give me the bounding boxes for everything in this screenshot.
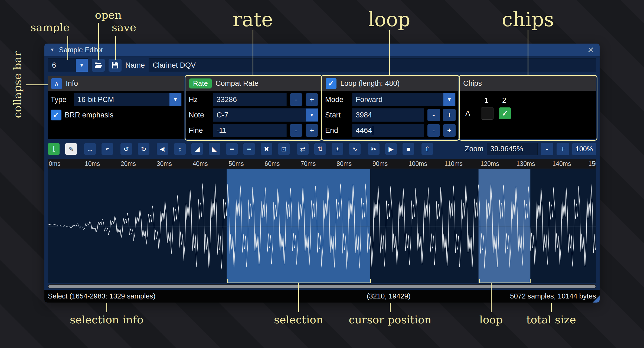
loop-enable-checkbox[interactable]: ✓ <box>326 78 336 89</box>
brr-emphasis-checkbox[interactable]: ✓ <box>51 110 61 120</box>
close-icon[interactable]: ✕ <box>587 45 594 55</box>
annotation-open: open <box>95 9 122 21</box>
edit-mode-select-button[interactable]: I <box>48 143 60 155</box>
signed-unsigned-button[interactable]: ± <box>332 143 343 155</box>
delete-button[interactable]: ✖ <box>261 143 272 155</box>
zoom-out-button[interactable]: - <box>541 143 553 155</box>
resample-button[interactable]: ≈ <box>102 143 113 155</box>
fine-plus-button[interactable]: + <box>306 124 318 137</box>
ruler-label: 140ms <box>551 160 587 168</box>
chevron-up-icon: ∧ <box>54 80 59 87</box>
annotation-bracket-loop <box>479 283 531 283</box>
annotation-line-loop <box>389 30 390 76</box>
normalize-button[interactable]: ↕ <box>174 143 186 155</box>
loop-end-plus-button[interactable]: + <box>443 124 456 137</box>
loop-end-value: 4464 <box>352 126 424 135</box>
annotation-line-collapse-bar <box>26 84 48 85</box>
annotation-line-chips <box>528 30 528 76</box>
annotation-loop: loop <box>368 8 410 31</box>
annotation-selection-info: selection info <box>70 313 143 326</box>
loop-start-minus-button[interactable]: - <box>427 109 440 121</box>
loop-start-input[interactable]: 3984 <box>352 108 424 122</box>
crossfade-loop-button[interactable]: ✂ <box>368 143 380 155</box>
check-icon: ✓ <box>328 79 334 88</box>
ruler-label: 110ms <box>444 160 480 168</box>
dropdown-arrow-icon[interactable]: ▼ <box>76 59 88 72</box>
stop-preview-button[interactable]: ■ <box>403 143 414 155</box>
chip-column-1-label: 1 <box>481 96 488 105</box>
titlebar[interactable]: ▼ Sample Editor ✕ <box>44 44 600 56</box>
trim-button[interactable]: ⊡ <box>278 143 290 155</box>
apply-silence-button[interactable]: ┉ <box>243 143 255 155</box>
fade-out-button[interactable]: ◣ <box>209 143 220 155</box>
ramp-down-icon: ◣ <box>212 145 217 153</box>
info-header[interactable]: ∧ Info <box>48 76 184 91</box>
dropdown-arrow-icon[interactable]: ▼ <box>306 109 318 122</box>
hz-minus-button[interactable]: - <box>290 93 302 106</box>
status-bar: Select (1654-2983: 1329 samples) (3210, … <box>44 290 600 303</box>
waveform-scrollbar[interactable] <box>48 284 596 288</box>
redo-button[interactable]: ↻ <box>138 143 149 155</box>
chip-1-checkbox[interactable] <box>481 107 493 120</box>
loop-start-plus-button[interactable]: + <box>443 109 456 121</box>
upload-arrow-icon: ⇧ <box>424 145 430 153</box>
sample-type-dropdown[interactable]: 16-bit PCM ▼ <box>74 93 182 106</box>
x-icon: ✖ <box>264 145 269 153</box>
scissors-icon: ✂ <box>371 145 376 153</box>
loop-end-label: End <box>325 126 349 135</box>
rate-badge[interactable]: Rate <box>189 78 212 88</box>
fade-in-button[interactable]: ◢ <box>191 143 203 155</box>
info-section: ∧ Info Type 16-bit PCM ▼ ✓ BRR emphasis <box>48 76 184 139</box>
check-icon: ✓ <box>502 109 508 118</box>
apply-filter-button[interactable]: ∿ <box>349 143 361 155</box>
resize-icon: ↔ <box>87 145 93 153</box>
rate-section: Rate Compat Rate Hz 33286 - + Note <box>186 76 321 139</box>
sample-name-input[interactable]: Clarinet DQV <box>149 58 596 72</box>
chip-2-checkbox[interactable]: ✓ <box>499 107 511 119</box>
scrollbar-thumb[interactable] <box>48 285 596 288</box>
waveform-canvas[interactable] <box>48 169 596 283</box>
chips-header: Chips <box>460 76 596 91</box>
sample-number-combo[interactable]: 6 ▼ <box>48 58 88 72</box>
loop-end-input[interactable]: 4464 <box>352 124 424 137</box>
open-sample-button[interactable] <box>92 59 105 72</box>
zoom-input[interactable]: 39.9645% <box>487 143 538 155</box>
zoom-in-button[interactable]: + <box>557 143 569 155</box>
fine-input[interactable]: -11 <box>213 124 287 137</box>
zoom-reset-button[interactable]: 100% <box>572 143 596 155</box>
resample-icon: ≈ <box>106 145 109 153</box>
window-collapse-icon[interactable]: ▼ <box>50 47 55 53</box>
ruler-label: 80ms <box>336 160 372 168</box>
collapse-bar-button[interactable]: ∧ <box>51 78 62 89</box>
waveform-view[interactable] <box>48 169 596 283</box>
preview-button[interactable]: ▶ <box>385 143 397 155</box>
annotation-loop-bottom: loop <box>479 313 503 326</box>
dropdown-arrow-icon[interactable]: ▼ <box>169 93 181 106</box>
annotation-line-rate <box>253 30 253 76</box>
invert-button[interactable]: ⇅ <box>314 143 326 155</box>
edit-mode-draw-button[interactable]: ✎ <box>65 143 77 155</box>
ruler-label: 90ms <box>372 160 408 168</box>
insert-silence-button[interactable]: ╍ <box>226 143 238 155</box>
save-sample-button[interactable] <box>109 59 122 72</box>
reverse-button[interactable]: ⇄ <box>297 143 309 155</box>
waveform-ruler[interactable]: 0ms 10ms 20ms 30ms 40ms 50ms 60ms 70ms 8… <box>48 159 596 169</box>
amplify-button[interactable]: ◀) <box>157 143 168 155</box>
sample-number-value: 6 <box>48 61 76 70</box>
ruler-label: 50ms <box>228 160 264 168</box>
fine-minus-button[interactable]: - <box>290 124 302 137</box>
loop-mode-dropdown[interactable]: Forward ▼ <box>352 93 456 106</box>
dropdown-arrow-icon[interactable]: ▼ <box>443 93 455 106</box>
undo-button[interactable]: ↺ <box>120 143 132 155</box>
create-wavetable-button[interactable]: ⇧ <box>421 143 433 155</box>
type-label: Type <box>51 96 71 104</box>
loop-end-minus-button[interactable]: - <box>427 124 440 137</box>
annotation-total-size: total size <box>526 313 576 326</box>
note-dropdown[interactable]: C-7 ▼ <box>213 108 318 122</box>
hz-input[interactable]: 33286 <box>213 93 287 106</box>
ibeam-icon: I <box>52 145 55 153</box>
resize-button[interactable]: ↔ <box>84 143 96 155</box>
redo-icon: ↻ <box>141 145 146 153</box>
hz-plus-button[interactable]: + <box>306 93 318 106</box>
sample-editor-window: ▼ Sample Editor ✕ 6 ▼ <box>44 44 600 303</box>
